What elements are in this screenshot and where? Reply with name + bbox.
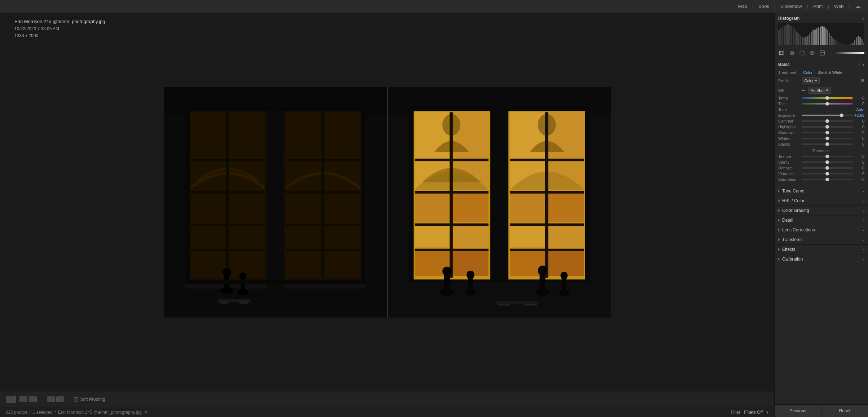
nav-book[interactable]: Book bbox=[758, 4, 769, 9]
hsl-color-panel[interactable]: HSL / Color ◂ bbox=[775, 196, 868, 206]
grid-view-btn[interactable] bbox=[19, 396, 27, 402]
loupe-view-btn[interactable] bbox=[29, 396, 37, 402]
treatment-color[interactable]: Color bbox=[802, 70, 814, 75]
treatment-options: Color Black & White bbox=[802, 70, 844, 75]
exposure-slider[interactable] bbox=[802, 115, 853, 116]
highlights-thumb[interactable] bbox=[825, 125, 829, 129]
temp-thumb[interactable] bbox=[825, 96, 829, 100]
highlights-slider[interactable] bbox=[802, 126, 853, 128]
blacks-slider[interactable] bbox=[802, 143, 853, 145]
color-picker-icon[interactable] bbox=[819, 49, 826, 57]
svg-point-139 bbox=[791, 52, 793, 54]
svg-rect-135 bbox=[779, 51, 783, 55]
svg-rect-67 bbox=[585, 107, 589, 283]
blacks-thumb[interactable] bbox=[825, 142, 829, 146]
svg-rect-8 bbox=[226, 112, 229, 278]
dehaze-label: Dehaze bbox=[778, 166, 802, 170]
tone-curve-panel[interactable]: Tone Curve ◂ bbox=[775, 186, 868, 196]
previous-button[interactable]: Previous bbox=[775, 405, 821, 417]
treatment-bw[interactable]: Black & White bbox=[816, 70, 843, 75]
vibrance-thumb[interactable] bbox=[825, 172, 829, 176]
exposure-slider-row: Exposure +2.69 bbox=[778, 113, 864, 117]
color-grading-arrow: ◂ bbox=[863, 209, 864, 213]
dehaze-slider[interactable] bbox=[802, 167, 853, 169]
view-mode-btn[interactable] bbox=[6, 396, 16, 403]
soft-proofing-container: Soft Proofing bbox=[74, 397, 105, 402]
shadows-thumb[interactable] bbox=[825, 131, 829, 134]
dehaze-thumb[interactable] bbox=[825, 166, 829, 170]
vibrance-slider[interactable] bbox=[802, 173, 853, 174]
svg-rect-130 bbox=[858, 36, 859, 45]
transform-panel[interactable]: Transform ◂ bbox=[775, 235, 868, 245]
healing-tool-icon[interactable] bbox=[788, 49, 796, 57]
texture-thumb[interactable] bbox=[825, 155, 829, 158]
soft-proofing-label: Soft Proofing bbox=[80, 397, 105, 402]
tone-header-row: Tone Auto bbox=[778, 107, 864, 112]
masking-tool-icon[interactable] bbox=[798, 49, 806, 57]
detail-arrow: ◂ bbox=[863, 218, 864, 222]
contrast-thumb[interactable] bbox=[825, 119, 829, 123]
sort-btn2[interactable] bbox=[56, 396, 64, 402]
texture-slider[interactable] bbox=[802, 156, 853, 157]
bottom-toolbar: - - Soft Proofing bbox=[0, 391, 774, 407]
wb-label: WB bbox=[778, 88, 802, 93]
detail-left: Detail bbox=[778, 218, 793, 223]
wb-dropdown[interactable]: As Shot ▾ bbox=[808, 87, 831, 94]
svg-rect-11 bbox=[190, 159, 264, 161]
reset-button[interactable]: Reset bbox=[821, 405, 868, 417]
svg-rect-125 bbox=[849, 44, 850, 45]
eyedropper-icon[interactable]: ✒ bbox=[802, 88, 806, 93]
svg-rect-127 bbox=[852, 43, 854, 45]
soft-proofing-checkbox[interactable] bbox=[74, 397, 78, 402]
histogram-collapse[interactable]: ▸ bbox=[863, 17, 864, 21]
adjustments-scroll[interactable]: Basic ⊞ ▾ Treatment Color Black & White bbox=[775, 59, 868, 404]
calibration-triangle bbox=[778, 258, 780, 261]
tint-label: Tint bbox=[778, 102, 802, 106]
detail-label: Detail bbox=[782, 218, 793, 223]
basic-collapse[interactable]: ▾ bbox=[863, 63, 864, 67]
profile-grid-icon[interactable]: ⊞ bbox=[861, 78, 864, 83]
nav-print[interactable]: Print bbox=[813, 4, 823, 9]
exposure-gradient bbox=[836, 52, 864, 54]
detail-panel[interactable]: Detail ◂ bbox=[775, 216, 868, 225]
shadows-slider-row: Shadows 0 bbox=[778, 130, 864, 135]
filter-value[interactable]: Filters Off bbox=[744, 410, 763, 415]
color-grading-left: Color Grading bbox=[778, 208, 809, 213]
main-content: Erin Morrison 245 @erinm_photography.jpg… bbox=[0, 13, 868, 417]
exposure-thumb[interactable] bbox=[840, 114, 843, 117]
svg-rect-70 bbox=[388, 281, 611, 317]
svg-rect-54 bbox=[449, 112, 453, 278]
shadows-slider[interactable] bbox=[802, 132, 853, 133]
color-grading-panel[interactable]: Color Grading ◂ bbox=[775, 206, 868, 216]
filter-dropdown-arrow[interactable]: ▾ bbox=[766, 410, 768, 415]
redeye-tool-icon[interactable] bbox=[808, 49, 816, 57]
nav-web[interactable]: Web bbox=[834, 4, 844, 9]
clarity-slider[interactable] bbox=[802, 161, 853, 163]
texture-value: 0 bbox=[853, 154, 864, 159]
temp-slider[interactable] bbox=[802, 97, 853, 99]
contrast-slider[interactable] bbox=[802, 120, 853, 122]
nav-map[interactable]: Map bbox=[738, 4, 747, 9]
saturation-slider[interactable] bbox=[802, 179, 853, 180]
auto-button[interactable]: Auto bbox=[856, 107, 864, 112]
svg-rect-93 bbox=[791, 26, 792, 45]
whites-slider[interactable] bbox=[802, 138, 853, 139]
svg-rect-84 bbox=[497, 304, 510, 305]
cloud-icon[interactable]: ☁ bbox=[855, 3, 861, 10]
nav-slideshow[interactable]: Slideshow bbox=[780, 4, 802, 9]
wb-value: As Shot bbox=[811, 88, 825, 93]
grid-view-icon[interactable]: ⊞ bbox=[858, 63, 860, 67]
effects-panel[interactable]: Effects ◂ bbox=[775, 245, 868, 254]
tint-slider[interactable] bbox=[802, 103, 853, 105]
sort-btn1[interactable] bbox=[47, 396, 55, 402]
svg-rect-122 bbox=[843, 44, 845, 45]
clarity-thumb[interactable] bbox=[825, 160, 829, 164]
profile-dropdown[interactable]: Color ▾ bbox=[802, 77, 820, 84]
svg-rect-64 bbox=[510, 248, 584, 251]
lens-corrections-panel[interactable]: Lens Corrections ◂ bbox=[775, 225, 868, 235]
tint-thumb[interactable] bbox=[825, 102, 829, 106]
calibration-panel[interactable]: Calibration ◂ bbox=[775, 254, 868, 264]
whites-thumb[interactable] bbox=[825, 137, 829, 140]
crop-tool-icon[interactable] bbox=[778, 49, 785, 57]
saturation-thumb[interactable] bbox=[825, 178, 829, 181]
